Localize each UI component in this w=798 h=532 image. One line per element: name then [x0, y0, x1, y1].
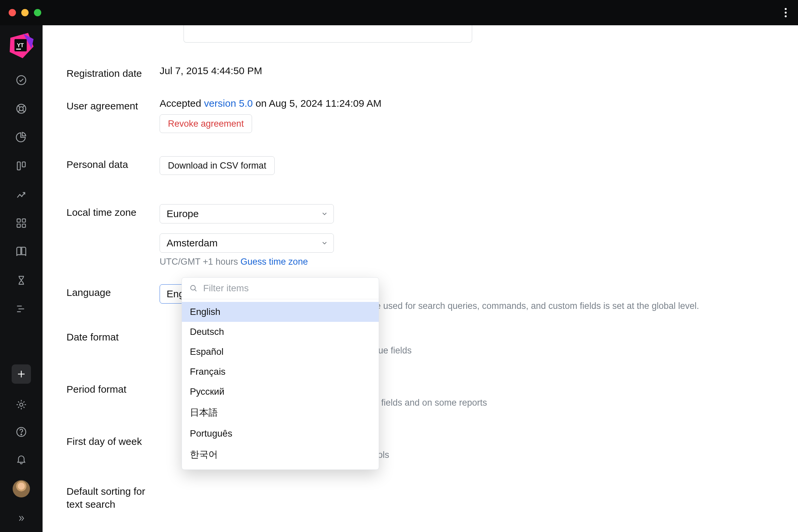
period-format-hint-partial: issue fields and on some reports: [358, 398, 785, 408]
label-language: Language: [66, 284, 159, 298]
label-timezone: Local time zone: [66, 204, 159, 218]
row-audit: Audit Changes applied to Carry Parker Ch…: [66, 531, 785, 532]
apps-icon[interactable]: [15, 217, 27, 229]
collapse-icon[interactable]: [15, 512, 27, 525]
value-user-agreement: Accepted version 5.0 on Aug 5, 2024 11:2…: [159, 98, 785, 109]
language-option[interactable]: Deutsch: [182, 322, 379, 342]
sidebar: YT: [0, 25, 42, 532]
chevron-down-icon: [321, 240, 328, 247]
language-dropdown: EnglishDeutschEspañolFrançaisРусский日本語P…: [182, 277, 379, 470]
reports-icon[interactable]: [15, 188, 27, 201]
partial-input-above[interactable]: [184, 25, 472, 42]
language-options-list: EnglishDeutschEspañolFrançaisРусский日本語P…: [182, 299, 379, 470]
knowledge-icon[interactable]: [15, 245, 27, 258]
label-date-format: Date format: [66, 329, 159, 343]
audit-applied-link[interactable]: Changes applied to Carry Parker: [159, 531, 305, 532]
label-first-day: First day of week: [66, 433, 159, 447]
svg-rect-12: [17, 224, 20, 227]
row-personal-data: Personal data Download in CSV format: [66, 156, 785, 175]
close-window-icon[interactable]: [8, 9, 16, 16]
svg-point-14: [20, 403, 23, 406]
tasks-icon[interactable]: [15, 74, 27, 87]
row-default-sort: Default sorting for text search: [66, 482, 785, 511]
guess-timezone-link[interactable]: Guess time zone: [241, 257, 308, 267]
maximize-window-icon[interactable]: [34, 9, 41, 16]
help-icon[interactable]: [15, 425, 27, 438]
language-filter-input[interactable]: [203, 283, 372, 293]
svg-point-16: [21, 434, 22, 435]
titlebar: [0, 0, 798, 25]
avatar[interactable]: [13, 480, 30, 497]
label-personal-data: Personal data: [66, 156, 159, 170]
svg-point-5: [17, 76, 26, 85]
language-option[interactable]: 한국어: [182, 443, 379, 466]
label-period-format: Period format: [66, 381, 159, 395]
window-controls: [8, 9, 41, 16]
svg-text:YT: YT: [17, 42, 24, 48]
revoke-agreement-button[interactable]: Revoke agreement: [159, 114, 252, 133]
first-day-hint-partial: controls: [358, 450, 785, 460]
language-option[interactable]: Français: [182, 362, 379, 382]
row-user-agreement: User agreement Accepted version 5.0 on A…: [66, 98, 785, 133]
timezone-offset-hint: UTC/GMT +1 hours Guess time zone: [159, 257, 785, 267]
row-timezone: Local time zone Europe Amsterdam UTC/GMT…: [66, 204, 785, 267]
svg-rect-9: [22, 162, 25, 167]
language-hint-partial: guage used for search queries, commands,…: [356, 301, 699, 311]
language-option[interactable]: English: [182, 302, 379, 322]
value-registration-date: Jul 7, 2015 4:44:50 PM: [159, 65, 785, 76]
more-menu-icon[interactable]: [785, 8, 790, 17]
row-registration-date: Registration date Jul 7, 2015 4:44:50 PM: [66, 65, 785, 79]
hourglass-icon[interactable]: [15, 274, 27, 287]
label-default-sort: Default sorting for text search: [66, 482, 159, 511]
language-option[interactable]: Português: [182, 424, 379, 443]
minimize-window-icon[interactable]: [21, 9, 28, 16]
language-option[interactable]: Español: [182, 342, 379, 362]
activity-icon[interactable]: [15, 131, 27, 144]
svg-rect-13: [22, 224, 25, 227]
row-date-format: Date format in issue fields: [66, 329, 785, 356]
search-icon: [189, 284, 198, 292]
create-button[interactable]: [12, 364, 31, 384]
label-registration-date: Registration date: [66, 65, 159, 79]
agreement-version-link[interactable]: version 5.0: [204, 98, 253, 109]
row-period-format: Period format issue fields and on some r…: [66, 381, 785, 408]
language-option[interactable]: Русский: [182, 382, 379, 402]
download-csv-button[interactable]: Download in CSV format: [159, 156, 274, 175]
board-icon[interactable]: [15, 159, 27, 172]
svg-rect-8: [17, 162, 20, 170]
svg-point-7: [19, 107, 23, 111]
row-language: Language English guage used for search q…: [66, 284, 785, 304]
label-user-agreement: User agreement: [66, 98, 159, 112]
lifebuoy-icon[interactable]: [15, 102, 27, 115]
gantt-icon[interactable]: [15, 303, 27, 315]
chevron-down-icon: [321, 210, 328, 217]
svg-rect-11: [22, 219, 25, 222]
timezone-region-select[interactable]: Europe: [159, 204, 334, 224]
bell-icon[interactable]: [15, 453, 27, 466]
language-option[interactable]: 日本語: [182, 402, 379, 424]
svg-rect-4: [16, 49, 21, 50]
date-format-hint-partial: in issue fields: [358, 345, 785, 356]
row-first-day: First day of week controls: [66, 433, 785, 460]
svg-rect-10: [17, 219, 20, 222]
label-audit: Audit: [66, 531, 159, 532]
gear-icon[interactable]: [15, 398, 27, 411]
main-content: Registration date Jul 7, 2015 4:44:50 PM…: [42, 25, 798, 532]
app-logo[interactable]: YT: [6, 30, 37, 60]
svg-point-17: [191, 285, 195, 290]
timezone-city-select[interactable]: Amsterdam: [159, 233, 334, 253]
